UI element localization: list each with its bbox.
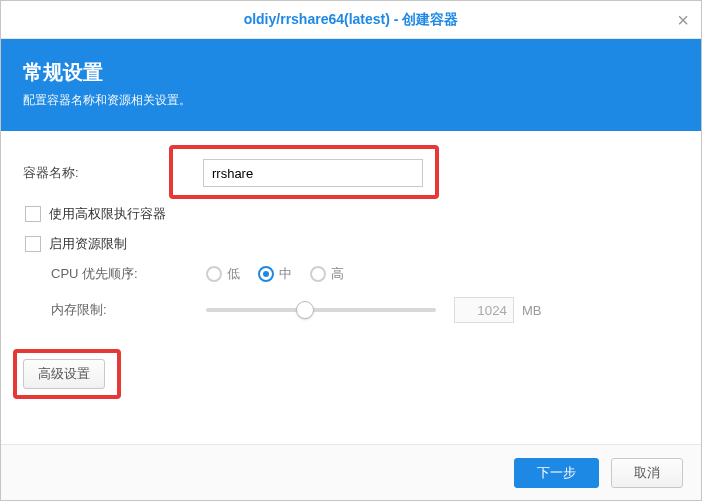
memory-unit: MB <box>522 303 542 318</box>
container-name-row: 容器名称: <box>23 159 679 187</box>
banner: 常规设置 配置容器名称和资源相关设置。 <box>1 39 701 131</box>
container-name-label: 容器名称: <box>23 164 203 182</box>
cpu-radio-mid[interactable]: 中 <box>258 265 292 283</box>
banner-subtitle: 配置容器名称和资源相关设置。 <box>23 92 679 109</box>
close-icon[interactable]: × <box>677 10 689 30</box>
footer: 下一步 取消 <box>1 444 701 500</box>
cpu-priority-row: CPU 优先顺序: 低 中 高 <box>51 265 679 283</box>
privileged-checkbox-row[interactable]: 使用高权限执行容器 <box>25 205 679 223</box>
checkbox-icon[interactable] <box>25 206 41 222</box>
memory-slider[interactable] <box>206 308 436 312</box>
titlebar: oldiy/rrshare64(latest) - 创建容器 × <box>1 1 701 39</box>
cpu-radio-low[interactable]: 低 <box>206 265 240 283</box>
privileged-label: 使用高权限执行容器 <box>49 205 166 223</box>
checkbox-icon[interactable] <box>25 236 41 252</box>
advanced-settings-button[interactable]: 高级设置 <box>23 359 105 389</box>
resource-limit-label: 启用资源限制 <box>49 235 127 253</box>
memory-value-input[interactable] <box>454 297 514 323</box>
cpu-radio-high[interactable]: 高 <box>310 265 344 283</box>
next-button[interactable]: 下一步 <box>514 458 599 488</box>
dialog-window: oldiy/rrshare64(latest) - 创建容器 × 常规设置 配置… <box>0 0 702 501</box>
banner-title: 常规设置 <box>23 59 679 86</box>
slider-knob-icon[interactable] <box>296 301 314 319</box>
memory-limit-row: 内存限制: MB <box>51 297 679 323</box>
cpu-priority-radios: 低 中 高 <box>206 265 344 283</box>
dialog-title: oldiy/rrshare64(latest) - 创建容器 <box>244 11 459 29</box>
container-name-input[interactable] <box>203 159 423 187</box>
memory-limit-label: 内存限制: <box>51 301 206 319</box>
resource-limit-checkbox-row[interactable]: 启用资源限制 <box>25 235 679 253</box>
cancel-button[interactable]: 取消 <box>611 458 683 488</box>
cpu-priority-label: CPU 优先顺序: <box>51 265 206 283</box>
content-area: 容器名称: 使用高权限执行容器 启用资源限制 CPU 优先顺序: 低 中 高 <box>1 131 701 444</box>
